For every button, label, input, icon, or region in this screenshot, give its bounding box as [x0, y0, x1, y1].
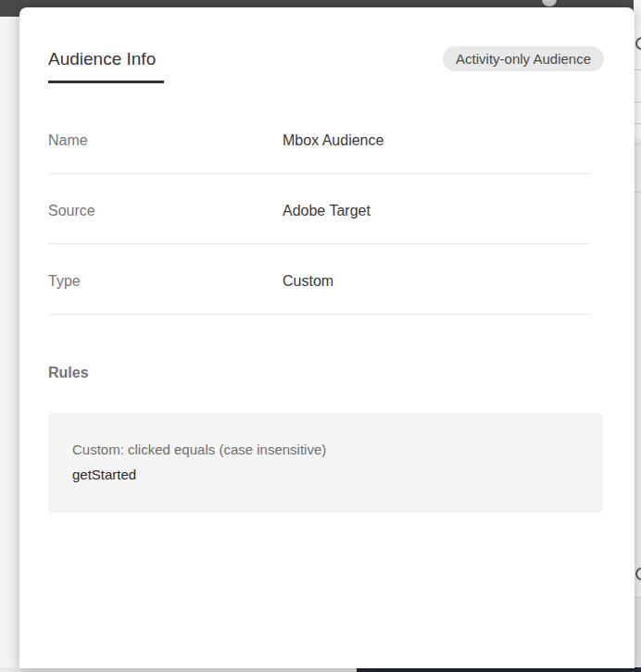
- field-value: Adobe Target: [283, 202, 371, 220]
- rules-heading: Rules: [48, 364, 604, 382]
- background-divider: [634, 123, 641, 124]
- background-panel-segment: [634, 139, 641, 597]
- field-label: Source: [48, 202, 283, 220]
- field-row-name: Name Mbox Audience: [48, 83, 590, 174]
- background-divider: [634, 69, 641, 70]
- field-value: Mbox Audience: [283, 131, 383, 150]
- rules-box: Custom: clicked equals (case insensitive…: [48, 413, 603, 513]
- background-panel-segment: [634, 597, 641, 672]
- background-divider: [634, 192, 641, 193]
- field-label: Type: [48, 272, 283, 291]
- rule-condition: Custom: clicked equals (case insensitive…: [72, 437, 579, 462]
- rule-value: getStarted: [72, 462, 579, 487]
- background-divider: [634, 143, 641, 144]
- audience-info-dialog: Audience Info Activity-only Audience Nam…: [19, 7, 635, 668]
- dialog-title: Audience Info: [48, 48, 164, 70]
- tab-audience-info[interactable]: Audience Info: [48, 48, 164, 83]
- field-row-source: Source Adobe Target: [48, 174, 590, 244]
- background-divider: [634, 597, 641, 598]
- field-row-type: Type Custom: [48, 244, 590, 315]
- dialog-header: Audience Info Activity-only Audience: [48, 7, 604, 83]
- page-background-right: [634, 0, 641, 672]
- field-value: Custom: [283, 272, 333, 291]
- audience-type-badge: Activity-only Audience: [443, 46, 604, 71]
- background-divider: [634, 102, 641, 103]
- field-label: Name: [48, 131, 283, 150]
- audience-fields: Name Mbox Audience Source Adobe Target T…: [48, 83, 604, 315]
- tab-active-underline: [48, 81, 164, 83]
- screen: { "modal": { "tab_label": "Audience Info…: [0, 0, 641, 672]
- page-background-left: [0, 17, 19, 672]
